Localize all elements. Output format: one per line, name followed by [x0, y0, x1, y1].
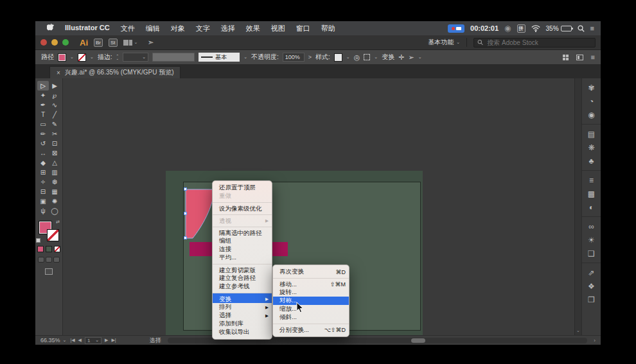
- control-bar-menu-icon[interactable]: ≡: [591, 54, 595, 61]
- menu-window[interactable]: 窗口: [296, 24, 310, 33]
- menu-item-make-pixel-perfect[interactable]: 设为像素级优化 ▶: [213, 202, 272, 212]
- chevron-down-icon[interactable]: ⌄: [90, 55, 94, 60]
- gradient-button[interactable]: [46, 246, 52, 252]
- document-tab[interactable]: × 兴趣.ai* @ 66.35% (CMYK/GPU 预览): [49, 66, 181, 78]
- artboard-tool[interactable]: ▣: [37, 196, 49, 206]
- draw-normal-button[interactable]: [38, 257, 44, 263]
- swatches-icon[interactable]: ◔: [582, 94, 601, 108]
- slice-tool[interactable]: ⊟: [37, 187, 49, 196]
- transform-panel-link[interactable]: 变换: [382, 53, 394, 62]
- vertical-scrollbar[interactable]: ⌄: [574, 78, 581, 335]
- menu-edit[interactable]: 编辑: [146, 24, 160, 33]
- none-button[interactable]: [54, 246, 60, 252]
- stroke-weight-select[interactable]: ⌄: [123, 53, 148, 62]
- gradient-icon[interactable]: ▩: [582, 187, 601, 200]
- menu-item-redo[interactable]: 重做 ▶: [213, 192, 272, 200]
- menu-item-arrange[interactable]: 排列 ▶: [213, 303, 272, 311]
- eyedropper-tool[interactable]: ✧: [37, 177, 49, 187]
- menu-illustrator[interactable]: Illustrator CC: [65, 24, 110, 33]
- submenu-item-shear[interactable]: 倾斜...: [273, 313, 349, 322]
- close-window-button[interactable]: [40, 39, 47, 46]
- perspective-grid-tool[interactable]: △: [49, 158, 60, 168]
- draw-behind-button[interactable]: [46, 257, 52, 263]
- curvature-tool[interactable]: ∿: [49, 100, 60, 110]
- scroll-down-icon[interactable]: ⌄: [576, 328, 580, 333]
- pen-tool[interactable]: ✒: [37, 100, 49, 110]
- menu-object[interactable]: 对象: [171, 24, 185, 33]
- width-profile-select[interactable]: [152, 53, 195, 62]
- first-artboard-button[interactable]: |◀: [70, 338, 75, 343]
- bounding-box-icon[interactable]: [364, 54, 370, 60]
- chevron-down-icon[interactable]: ⌄: [418, 55, 422, 60]
- submenu-item-transform-each[interactable]: 分别变换... ⌥⇧⌘D: [273, 324, 349, 334]
- menu-item-group[interactable]: 编组 ▶: [213, 237, 272, 245]
- color-icon[interactable]: ✾: [582, 81, 601, 94]
- free-transform-tool[interactable]: ⊠: [49, 148, 60, 158]
- spotlight-search-icon[interactable]: [578, 25, 585, 32]
- scale-tool[interactable]: ⊡: [49, 139, 60, 148]
- graphic-style-swatch[interactable]: [334, 53, 342, 62]
- brush-definition-select[interactable]: 基本: [199, 53, 240, 62]
- rotate-tool[interactable]: ↺: [37, 139, 49, 148]
- anchor-point[interactable]: [184, 187, 187, 191]
- stroke-weight-stepper[interactable]: ⌃ ⌄: [116, 55, 119, 60]
- menu-item-select[interactable]: 选择 ▶: [213, 311, 272, 320]
- menu-item-make-clipping-mask[interactable]: 建立剪切蒙版 ▶: [213, 264, 272, 274]
- menu-item-undo-bring-to-front[interactable]: 还原置于顶层 ▶: [213, 184, 272, 192]
- recolor-artwork-icon[interactable]: ◎: [354, 54, 360, 61]
- stroke-color-swatch[interactable]: [78, 53, 86, 62]
- hand-tool[interactable]: ψ: [37, 206, 49, 216]
- color-button[interactable]: [37, 246, 44, 252]
- zoom-window-button[interactable]: [62, 39, 69, 46]
- default-fill-stroke-icon[interactable]: [36, 238, 40, 243]
- paintbrush-tool[interactable]: ✎: [49, 119, 60, 129]
- menu-item-perspective[interactable]: 透视 ▶: [213, 214, 272, 225]
- bridge-button[interactable]: Br: [94, 39, 103, 47]
- creative-cloud-icon[interactable]: ∞: [582, 216, 601, 233]
- share-icon[interactable]: ➣: [147, 38, 154, 47]
- menu-file[interactable]: 文件: [121, 24, 135, 33]
- menu-extra-app-icon[interactable]: ◉: [504, 24, 511, 32]
- anchor-point[interactable]: [184, 236, 187, 239]
- draw-inside-button[interactable]: [53, 257, 60, 263]
- stroke-icon[interactable]: ≡: [582, 170, 601, 187]
- arrange-documents-button[interactable]: ⌄: [123, 40, 138, 46]
- opacity-expand-icon[interactable]: >: [308, 54, 312, 60]
- swap-fill-stroke-icon[interactable]: ⇄: [56, 220, 60, 225]
- menu-help[interactable]: 帮助: [321, 24, 335, 33]
- layers-icon[interactable]: ❖: [582, 279, 601, 293]
- stroke-color-indicator[interactable]: [47, 229, 59, 241]
- stock-button[interactable]: St: [109, 39, 118, 47]
- menu-item-isolate-selected-path[interactable]: 隔离选中的路径 ▶: [213, 227, 272, 237]
- close-tab-icon[interactable]: ×: [57, 69, 60, 76]
- symbol-sprayer-icon[interactable]: ❋: [582, 141, 601, 154]
- chevron-down-icon[interactable]: ⌄: [70, 55, 74, 60]
- menu-item-make-compound-path[interactable]: 建立复合路径 ▶: [213, 274, 272, 282]
- screen-recording-indicator[interactable]: [448, 24, 464, 33]
- symbol-sprayer-tool[interactable]: ❆: [49, 177, 60, 187]
- stepper-down-icon[interactable]: ⌄: [116, 57, 119, 60]
- selected-petal-shape[interactable]: [185, 189, 216, 239]
- next-artboard-button[interactable]: ▶: [105, 338, 108, 343]
- scroll-right-icon[interactable]: ›: [594, 338, 596, 343]
- recolor-artwork-icon[interactable]: ◉: [582, 108, 601, 121]
- export-icon[interactable]: ⇗: [582, 263, 601, 279]
- zoom-level-select[interactable]: 66.35% ⌄: [40, 337, 66, 343]
- transparency-icon[interactable]: ◐: [582, 200, 601, 214]
- chevron-down-icon[interactable]: ⌄: [346, 55, 350, 60]
- zoom-tool[interactable]: ◯: [49, 206, 60, 216]
- submenu-item-scale[interactable]: 缩放...: [273, 305, 349, 313]
- last-artboard-button[interactable]: ▶|: [111, 338, 116, 343]
- opacity-input[interactable]: 100%: [283, 53, 305, 62]
- adobe-stock-search[interactable]: [473, 38, 596, 48]
- shape-builder-tool[interactable]: ◆: [37, 158, 49, 168]
- column-graph-tool[interactable]: ▦: [49, 187, 60, 196]
- menu-item-join[interactable]: 连接 ▶: [213, 245, 272, 254]
- brushes-icon[interactable]: ▤: [582, 124, 601, 141]
- fill-color-swatch[interactable]: [58, 53, 66, 62]
- artboard-number-select[interactable]: 1 ⌄: [85, 337, 102, 344]
- gradient-tool[interactable]: ▥: [49, 168, 60, 177]
- apple-icon[interactable]: [47, 24, 55, 33]
- stock-search-input[interactable]: [486, 39, 592, 47]
- mesh-tool[interactable]: ⊞: [37, 168, 49, 177]
